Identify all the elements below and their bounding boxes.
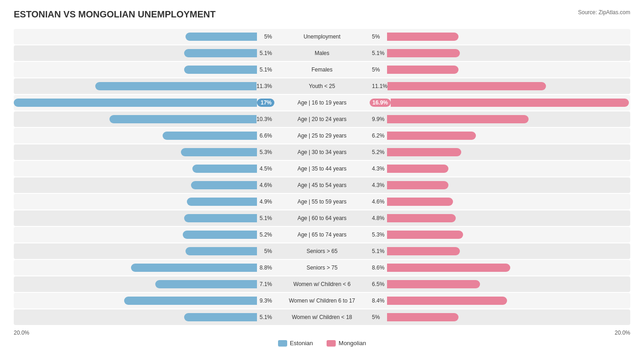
left-bar-container bbox=[14, 264, 257, 272]
row-label: Females bbox=[276, 66, 368, 73]
left-section: 10.3% bbox=[14, 111, 276, 127]
right-section: 6.2% bbox=[368, 128, 630, 143]
left-value: 4.5% bbox=[257, 165, 274, 172]
left-section: 17% bbox=[14, 95, 276, 110]
left-value: 5% bbox=[257, 33, 274, 40]
chart-row: 5.1%Age | 60 to 64 years4.8% bbox=[14, 210, 630, 226]
right-section: 4.3% bbox=[368, 161, 630, 176]
row-inner: 10.3%Age | 20 to 24 years9.9% bbox=[14, 111, 630, 127]
left-bar-container bbox=[14, 247, 257, 255]
right-value: 5.1% bbox=[370, 50, 387, 56]
right-bar-container bbox=[387, 165, 630, 173]
row-label: Seniors > 75 bbox=[276, 264, 368, 271]
right-bar-container bbox=[391, 99, 630, 107]
left-bar-container bbox=[14, 313, 257, 321]
right-value: 5% bbox=[370, 33, 387, 40]
row-inner: 5.1%Women w/ Children < 185% bbox=[14, 309, 630, 325]
right-bar-container bbox=[387, 82, 630, 90]
row-label: Age | 16 to 19 years bbox=[276, 99, 368, 106]
right-section: 6.5% bbox=[368, 276, 630, 292]
left-bar bbox=[186, 247, 257, 255]
right-bar-container bbox=[387, 280, 630, 288]
right-bar-container bbox=[387, 247, 630, 255]
left-bar-container bbox=[14, 198, 257, 206]
row-label: Age | 30 to 34 years bbox=[276, 149, 368, 155]
left-value: 5.1% bbox=[257, 314, 274, 320]
right-bar bbox=[387, 66, 458, 74]
left-bar bbox=[184, 214, 257, 222]
right-bar-container bbox=[387, 33, 630, 41]
left-bar bbox=[131, 264, 257, 272]
left-value: 5.1% bbox=[257, 50, 274, 56]
left-bar-container bbox=[14, 231, 257, 239]
chart-row: 5%Unemployment5% bbox=[14, 29, 630, 44]
row-inner: 9.3%Women w/ Children 6 to 178.4% bbox=[14, 293, 630, 308]
left-bar bbox=[155, 280, 257, 288]
right-value: 4.6% bbox=[370, 198, 387, 205]
row-label: Males bbox=[276, 50, 368, 56]
row-inner: 8.8%Seniors > 758.6% bbox=[14, 260, 630, 275]
right-section: 8.6% bbox=[368, 260, 630, 275]
row-label: Age | 45 to 54 years bbox=[276, 182, 368, 188]
row-inner: 5.3%Age | 30 to 34 years5.2% bbox=[14, 144, 630, 160]
left-section: 5% bbox=[14, 243, 276, 259]
left-section: 11.3% bbox=[14, 78, 276, 94]
chart-header: ESTONIAN VS MONGOLIAN UNEMPLOYMENT Sourc… bbox=[14, 9, 630, 20]
right-value: 5.1% bbox=[370, 248, 387, 254]
left-value: 5% bbox=[257, 248, 274, 254]
left-bar bbox=[184, 66, 257, 74]
chart-row: 8.8%Seniors > 758.6% bbox=[14, 260, 630, 275]
left-value: 17% bbox=[257, 99, 274, 107]
left-bar-container bbox=[14, 33, 257, 41]
right-section: 5.1% bbox=[368, 45, 630, 61]
row-inner: 5.1%Age | 60 to 64 years4.8% bbox=[14, 210, 630, 226]
left-bar bbox=[124, 297, 257, 305]
left-bar-container bbox=[14, 115, 257, 123]
right-section: 4.8% bbox=[368, 210, 630, 226]
left-bar bbox=[14, 99, 257, 107]
right-bar-container bbox=[387, 214, 630, 222]
left-value: 5.2% bbox=[257, 231, 274, 238]
right-bar-container bbox=[387, 198, 630, 206]
row-inner: 7.1%Women w/ Children < 66.5% bbox=[14, 276, 630, 292]
chart-row: 5.1%Females5% bbox=[14, 62, 630, 77]
right-bar bbox=[387, 115, 529, 123]
row-inner: 5.1%Males5.1% bbox=[14, 45, 630, 61]
row-label: Women w/ Children < 18 bbox=[276, 314, 368, 320]
left-bar bbox=[184, 313, 257, 321]
right-section: 11.1% bbox=[368, 78, 630, 94]
right-bar bbox=[387, 297, 507, 305]
row-inner: 17%Age | 16 to 19 years16.9% bbox=[14, 95, 630, 110]
left-bar-container bbox=[14, 280, 257, 288]
chart-row: 11.3%Youth < 2511.1% bbox=[14, 78, 630, 94]
right-bar bbox=[391, 99, 629, 107]
legend-color-estonian bbox=[278, 340, 287, 347]
row-inner: 5.1%Females5% bbox=[14, 62, 630, 77]
right-section: 5.3% bbox=[368, 227, 630, 242]
left-bar bbox=[186, 33, 257, 41]
right-value: 5% bbox=[370, 314, 387, 320]
right-section: 16.9% bbox=[368, 95, 630, 110]
left-bar bbox=[109, 115, 257, 123]
row-label: Age | 25 to 29 years bbox=[276, 132, 368, 139]
right-value: 11.1% bbox=[370, 83, 387, 89]
left-section: 5.1% bbox=[14, 45, 276, 61]
left-section: 5.1% bbox=[14, 309, 276, 325]
chart-row: 4.6%Age | 45 to 54 years4.3% bbox=[14, 177, 630, 193]
left-value: 8.8% bbox=[257, 264, 274, 271]
right-bar bbox=[387, 280, 480, 288]
left-value: 5.3% bbox=[257, 149, 274, 155]
row-inner: 11.3%Youth < 2511.1% bbox=[14, 78, 630, 94]
right-section: 5% bbox=[368, 309, 630, 325]
left-value: 5.1% bbox=[257, 215, 274, 221]
right-section: 4.6% bbox=[368, 194, 630, 209]
left-section: 9.3% bbox=[14, 293, 276, 308]
right-value: 5% bbox=[370, 66, 387, 73]
left-bar-container bbox=[14, 99, 257, 107]
chart-area: 5%Unemployment5%5.1%Males5.1%5.1%Females… bbox=[14, 29, 630, 325]
right-bar-container bbox=[387, 49, 630, 57]
left-value: 9.3% bbox=[257, 297, 274, 304]
chart-row: 5.1%Males5.1% bbox=[14, 45, 630, 61]
right-value: 5.3% bbox=[370, 231, 387, 238]
right-value: 6.5% bbox=[370, 281, 387, 287]
